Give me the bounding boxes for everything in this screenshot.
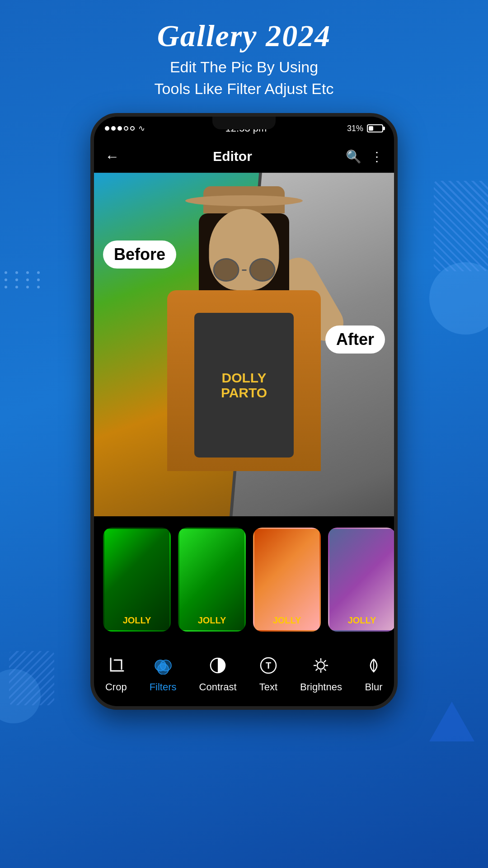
image-composite: DOLLYPARTO Before After (94, 173, 394, 557)
header-section: Gallery 2024 Edit The Pic By Using Tools… (155, 18, 334, 99)
tool-blur[interactable]: Blur (365, 656, 383, 693)
app-title: Gallery 2024 (155, 18, 334, 54)
sunglasses (212, 258, 276, 282)
crop-label: Crop (105, 681, 127, 693)
tool-contrast[interactable]: Contrast (199, 656, 237, 693)
crop-icon (107, 656, 125, 679)
phone-mockup: ∿ 12:53 pm 31% ← Editor 🔍 ⋮ (90, 113, 398, 710)
tool-text[interactable]: T Text (259, 656, 277, 693)
app-subtitle: Edit The Pic By Using Tools Like Filter … (155, 57, 334, 99)
brightness-label: Brightnes (300, 681, 342, 693)
text-label: Text (259, 681, 277, 693)
filters-label: Filters (150, 681, 177, 693)
bottom-toolbar: Crop Filters (94, 643, 394, 706)
app-bar: ← Editor 🔍 ⋮ (94, 140, 394, 173)
svg-line-14 (316, 669, 318, 670)
subtitle-line2: Tools Like Filter Adjust Etc (155, 80, 334, 97)
glasses-bridge (242, 269, 246, 271)
right-lens (249, 258, 275, 282)
tool-filters[interactable]: Filters (150, 656, 177, 693)
person-face (209, 209, 279, 290)
filter-label-4: JOLLY (329, 529, 394, 630)
filter-thumb-4[interactable]: JOLLY (328, 528, 394, 632)
filter-label-2: JOLLY (179, 529, 244, 630)
tool-crop[interactable]: Crop (105, 656, 127, 693)
bg-decoration-circle-1 (429, 262, 488, 335)
shirt-text: DOLLYPARTO (221, 370, 267, 400)
after-label: After (325, 326, 385, 354)
filter-label-1: JOLLY (104, 529, 169, 630)
filter-thumb-3[interactable]: JOLLY (253, 528, 321, 632)
phone-body: ∿ 12:53 pm 31% ← Editor 🔍 ⋮ (90, 113, 398, 710)
filters-icon (154, 656, 172, 679)
search-icon[interactable]: 🔍 (346, 149, 361, 164)
status-right: 31% (347, 124, 383, 133)
tool-brightness[interactable]: Brightnes (300, 656, 342, 693)
person-shirt: DOLLYPARTO (194, 313, 294, 458)
more-options-icon[interactable]: ⋮ (371, 149, 383, 164)
battery-percent: 31% (347, 124, 363, 133)
signal-dots (105, 126, 135, 131)
battery-fill (369, 126, 373, 131)
before-label: Before (103, 241, 176, 269)
svg-line-11 (316, 660, 318, 662)
hat-brim (185, 195, 303, 206)
filter-thumb-1[interactable]: JOLLY (103, 528, 171, 632)
subtitle-line1: Edit The Pic By Using (170, 58, 318, 75)
wifi-icon: ∿ (138, 123, 145, 133)
app-bar-icons: 🔍 ⋮ (346, 149, 383, 164)
svg-point-2 (158, 664, 169, 675)
battery-icon (367, 124, 383, 132)
contrast-label: Contrast (199, 681, 237, 693)
brightness-icon (312, 656, 330, 679)
bg-decoration-triangle (429, 702, 474, 741)
bg-decoration-dots (5, 271, 43, 288)
filter-label-3: JOLLY (254, 529, 319, 630)
contrast-icon (209, 656, 227, 679)
editor-title: Editor (119, 149, 346, 164)
image-edit-area: DOLLYPARTO Before After (94, 173, 394, 557)
svg-text:T: T (266, 660, 271, 670)
blur-icon (365, 656, 383, 679)
svg-line-13 (324, 660, 326, 662)
filter-strip: JOLLY JOLLY JOLLY JOLLY JOLLY (94, 516, 394, 643)
phone-notch (212, 117, 276, 129)
bg-decoration-lines-2 (9, 651, 54, 705)
filter-thumb-2[interactable]: JOLLY (178, 528, 246, 632)
bg-decoration-lines-1 (434, 181, 488, 271)
left-lens (213, 258, 239, 282)
svg-point-6 (317, 662, 324, 669)
status-left: ∿ (105, 123, 145, 133)
back-button[interactable]: ← (105, 148, 119, 165)
blur-label: Blur (365, 681, 382, 693)
svg-line-12 (324, 669, 326, 670)
text-icon: T (259, 656, 277, 679)
